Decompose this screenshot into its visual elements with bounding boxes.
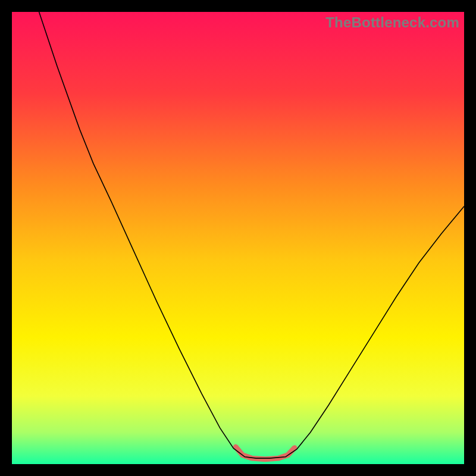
plot-svg	[12, 12, 464, 464]
gradient-background	[12, 12, 464, 464]
watermark-text: TheBottleneck.com	[325, 14, 459, 31]
chart-frame: TheBottleneck.com	[12, 12, 464, 464]
